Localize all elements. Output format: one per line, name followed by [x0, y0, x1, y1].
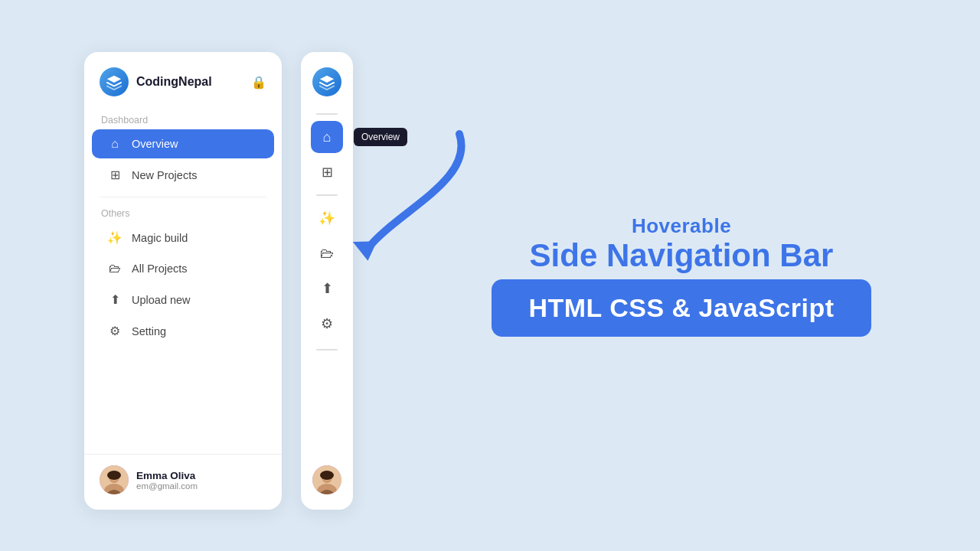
grid-icon: ⊞ [107, 168, 122, 182]
nav-label-all-projects: All Projects [132, 262, 188, 275]
home-icon: ⌂ [107, 137, 122, 151]
nav-item-all-projects[interactable]: 🗁 All Projects [92, 254, 274, 283]
side-nav-title: Side Navigation Bar [492, 238, 871, 273]
collapsed-avatar [312, 465, 341, 494]
collapsed-overview-btn[interactable]: ⌂ Overview [311, 121, 343, 153]
collapsed-divider-3 [316, 349, 338, 350]
gear-icon: ⚙ [107, 324, 122, 338]
user-name: Emma Oliva [136, 470, 198, 481]
nav-item-overview[interactable]: ⌂ Overview [92, 129, 274, 158]
collapsed-divider-2 [316, 194, 338, 196]
divider-1 [100, 197, 266, 197]
folder-icon: 🗁 [107, 262, 122, 276]
collapsed-home-icon: ⌂ [323, 129, 332, 145]
banner-text: HTML CSS & JavaScript [528, 293, 834, 322]
collapsed-new-projects-btn[interactable]: ⊞ [311, 156, 343, 188]
collapsed-upload-icon: ⬆ [322, 280, 333, 297]
nav-label-setting: Setting [132, 325, 166, 337]
nav-item-upload-new[interactable]: ⬆ Upload new [92, 285, 274, 315]
user-info: Emma Oliva em@gmail.com [136, 470, 198, 491]
collapsed-magic-build-btn[interactable]: ✨ [311, 202, 343, 234]
sidebar-collapsed: ⌂ Overview ⊞ ✨ 🗁 ⬆ ⚙ [301, 52, 353, 510]
nav-item-new-projects[interactable]: ⊞ New Projects [92, 160, 274, 190]
nav-label-overview: Overview [132, 138, 178, 150]
collapsed-wand-icon: ✨ [318, 210, 335, 227]
nav-label-magic-build: Magic build [132, 232, 188, 244]
others-label: Others [84, 204, 282, 222]
sidebar-header: CodingNepal 🔒 [84, 67, 282, 110]
collapsed-upload-btn[interactable]: ⬆ [311, 272, 343, 305]
dashboard-label: Dashboard [84, 110, 282, 129]
svg-point-9 [320, 471, 334, 480]
wand-icon: ✨ [107, 230, 122, 245]
collapsed-folder-icon: 🗁 [320, 246, 334, 262]
nav-label-new-projects: New Projects [132, 169, 197, 181]
user-email: em@gmail.com [136, 481, 198, 491]
nav-item-magic-build[interactable]: ✨ Magic build [92, 223, 274, 253]
content-text-block: Hoverable Side Navigation Bar HTML CSS &… [492, 214, 871, 337]
collapsed-divider-1 [316, 113, 338, 115]
upload-icon: ⬆ [107, 292, 122, 307]
sidebar-expanded: CodingNepal 🔒 Dashboard ⌂ Overview ⊞ New… [84, 52, 282, 510]
brand-name: CodingNepal [136, 75, 243, 89]
collapsed-logo [312, 67, 341, 96]
svg-point-4 [107, 471, 121, 480]
content-area: Hoverable Side Navigation Bar HTML CSS &… [383, 0, 980, 551]
nav-item-setting[interactable]: ⚙ Setting [92, 316, 274, 346]
collapsed-gear-icon: ⚙ [321, 315, 333, 332]
collapsed-setting-btn[interactable]: ⚙ [311, 308, 343, 340]
collapsed-grid-icon: ⊞ [322, 164, 333, 181]
user-avatar [100, 465, 129, 494]
collapsed-all-projects-btn[interactable]: 🗁 [311, 237, 343, 269]
collapsed-footer [312, 465, 341, 494]
hoverable-label: Hoverable [492, 214, 871, 238]
html-css-banner: HTML CSS & JavaScript [492, 279, 871, 337]
sidebar-footer: Emma Oliva em@gmail.com [84, 454, 282, 510]
lock-icon: 🔒 [251, 75, 266, 90]
nav-label-upload-new: Upload new [132, 294, 191, 306]
brand-logo [100, 67, 129, 96]
